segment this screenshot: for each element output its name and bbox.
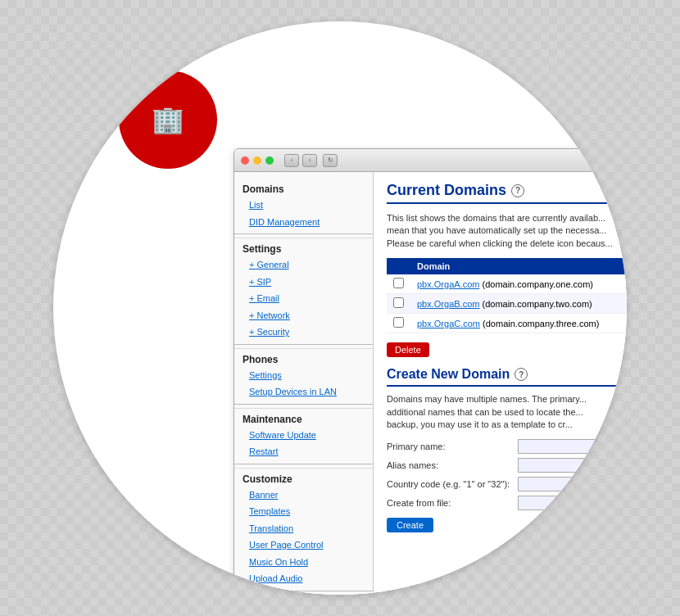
sidebar-item-did-management[interactable]: DID Management: [234, 214, 373, 231]
sidebar-item-user-page-control[interactable]: User Page Control: [234, 537, 373, 554]
current-domains-description: This list shows the domains that are cur…: [387, 212, 627, 250]
sidebar-section-maintenance: Maintenance: [234, 408, 373, 427]
create-domain-description: Domains may have multiple names. The pri…: [387, 393, 627, 431]
table-row: pbx.OrgaC.com (domain.company.three.com): [387, 314, 627, 333]
minimize-button-icon[interactable]: [253, 156, 261, 165]
table-row: pbx.OrgaB.com (domain.company.two.com): [387, 294, 627, 314]
form-input-create-from-file[interactable]: [518, 496, 616, 510]
main-content: Current Domains ? This list shows the do…: [374, 172, 627, 595]
sidebar-item-software-update[interactable]: Software Update: [234, 427, 373, 444]
sidebar-item-templates[interactable]: Templates: [234, 503, 373, 520]
form-label-create-from-file: Create from file:: [387, 498, 518, 508]
form-label-primary-name: Primary name:: [387, 442, 518, 451]
domain-link-1[interactable]: pbx.OrgaB.com: [417, 299, 479, 309]
sidebar-section-customize: Customize: [234, 468, 373, 487]
form-row-alias-names: Alias names:: [387, 458, 627, 473]
domain-alias-1: (domain.company.two.com): [482, 299, 592, 309]
close-button-icon[interactable]: [241, 156, 249, 165]
form-row-primary-name: Primary name:: [387, 439, 627, 454]
forward-button[interactable]: ›: [302, 154, 317, 167]
table-row: pbx.OrgaA.com (domain.company.one.com): [387, 274, 627, 294]
form-row-create-from-file: Create from file:: [387, 496, 627, 510]
form-input-country-code[interactable]: [518, 477, 616, 491]
sidebar-section-phones: Phones: [234, 348, 373, 367]
domain-alias-0: (domain.company.one.com): [482, 279, 593, 289]
sidebar-section-status: Status: [234, 595, 373, 596]
sidebar-item-network[interactable]: + Network: [234, 307, 373, 324]
current-domains-help-icon[interactable]: ?: [511, 184, 524, 197]
sidebar-section-domains: Domains: [234, 179, 373, 197]
sidebar-section-settings: Settings: [234, 238, 373, 256]
sidebar-item-translation[interactable]: Translation: [234, 520, 373, 537]
sidebar-item-security[interactable]: + Security: [234, 324, 373, 341]
form-label-country-code: Country code (e.g. "1" or "32"):: [387, 479, 518, 489]
form-input-primary-name[interactable]: [518, 439, 616, 454]
row-checkbox-2[interactable]: [393, 317, 404, 328]
form-label-alias-names: Alias names:: [387, 460, 518, 470]
create-button[interactable]: Create: [387, 518, 433, 532]
form-input-alias-names[interactable]: [518, 458, 616, 473]
domain-alias-2: (domain.company.three.com): [483, 319, 599, 328]
sep-3: [234, 404, 373, 405]
logo-icon: 🏢: [152, 104, 184, 135]
browser-nav: ‹ ›: [284, 154, 317, 167]
browser-window: ‹ › ↻ Domains List DID Management Settin…: [233, 148, 627, 595]
row-checkbox-1[interactable]: [393, 297, 404, 308]
current-domains-title-text: Current Domains: [387, 182, 506, 199]
sidebar-item-sip[interactable]: + SIP: [234, 274, 373, 291]
sidebar-item-phones-settings[interactable]: Settings: [234, 367, 373, 384]
logo-badge: 🏢: [119, 70, 217, 169]
sidebar: Domains List DID Management Settings + G…: [234, 172, 374, 595]
sep-4: [234, 464, 373, 464]
maximize-button-icon[interactable]: [265, 156, 274, 165]
sidebar-item-upload-audio[interactable]: Upload Audio: [234, 570, 373, 587]
sep-5: [234, 591, 373, 591]
sidebar-item-list[interactable]: List: [234, 197, 373, 214]
domain-link-0[interactable]: pbx.OrgaA.com: [417, 279, 479, 289]
sidebar-item-email[interactable]: + Email: [234, 290, 373, 307]
browser-content: Domains List DID Management Settings + G…: [234, 172, 627, 595]
sep-2: [234, 344, 373, 345]
create-domain-title: Create New Domain ?: [387, 367, 627, 387]
delete-button[interactable]: Delete: [387, 342, 429, 357]
back-button[interactable]: ‹: [284, 154, 299, 167]
main-container: 🏢 ‹ › ↻ Domains List DID Management: [53, 21, 627, 595]
table-header-domain: Domain: [410, 258, 627, 274]
sidebar-item-general[interactable]: + General: [234, 256, 373, 274]
refresh-button[interactable]: ↻: [323, 154, 338, 167]
domain-link-2[interactable]: pbx.OrgaC.com: [417, 319, 480, 328]
table-header-checkbox: [387, 258, 410, 274]
sidebar-item-setup-devices[interactable]: Setup Devices in LAN: [234, 383, 373, 401]
create-domain-form: Primary name: Alias names: Country code …: [387, 439, 627, 510]
create-domain-help-icon[interactable]: ?: [515, 368, 528, 381]
domains-table: Domain Us pbx.OrgaA.com (domain.company.…: [387, 258, 627, 333]
sep-1: [234, 233, 373, 234]
create-domain-title-text: Create New Domain: [387, 367, 510, 382]
sidebar-item-banner[interactable]: Banner: [234, 487, 373, 504]
sidebar-item-restart[interactable]: Restart: [234, 443, 373, 460]
browser-titlebar: ‹ › ↻: [234, 149, 627, 172]
sidebar-item-music-on-hold[interactable]: Music On Hold: [234, 554, 373, 571]
current-domains-title: Current Domains ?: [387, 182, 627, 204]
row-checkbox-0[interactable]: [393, 278, 404, 288]
form-row-country-code: Country code (e.g. "1" or "32"):: [387, 477, 627, 491]
